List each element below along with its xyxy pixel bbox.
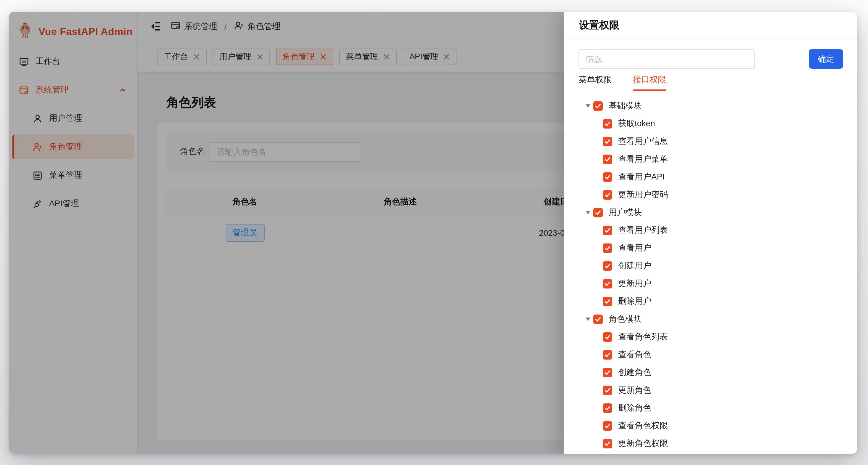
caret-down-icon[interactable] [583,318,593,321]
tree-node-label[interactable]: 更新用户 [618,279,651,289]
tree-node-label[interactable]: 删除用户 [618,296,651,307]
checkbox-checked[interactable] [603,137,612,146]
permission-tab-1[interactable]: 接口权限 [633,75,666,91]
tree-node: 创建用户 [579,257,843,275]
checkbox-checked[interactable] [603,350,612,359]
tree-node: 更新角色权限 [579,435,843,453]
filter-input[interactable] [579,49,755,69]
tree-node: 查看用户菜单 [579,150,843,168]
checkbox-checked[interactable] [593,101,603,111]
tree-node: 更新角色 [579,381,843,399]
tree-node-label[interactable]: 创建用户 [618,261,651,271]
checkbox-checked[interactable] [603,386,612,395]
tree-node: 查看用户API [579,168,843,186]
tree-node-label[interactable]: 查看用户菜单 [618,154,668,165]
permissions-drawer: 设置权限 确定 菜单权限接口权限 基础模块获取token查看用户信息查看用户菜单… [564,12,857,454]
checkbox-checked[interactable] [603,297,612,306]
tree-node-label[interactable]: 用户模块 [609,207,642,218]
checkbox-checked[interactable] [593,208,603,217]
tree-node: 查看用户 [579,239,843,257]
confirm-button[interactable]: 确定 [809,49,843,69]
tree-node-label[interactable]: 查看用户列表 [618,225,668,236]
permission-tree: 基础模块获取token查看用户信息查看用户菜单查看用户API更新用户密码用户模块… [579,97,843,453]
tree-node: 用户模块 [579,204,843,222]
checkbox-checked[interactable] [603,279,612,289]
tree-node-label[interactable]: 查看用户 [618,243,651,254]
screen: Vue FastAPI Admin 工作台系统管理用户管理角色管理菜单管理API… [0,0,868,465]
filter-row: 确定 [579,49,843,69]
tree-node: 查看用户列表 [579,222,843,239]
caret-down-icon[interactable] [583,211,593,214]
tree-node-label[interactable]: 获取token [618,118,655,129]
tree-node-label[interactable]: 查看角色权限 [618,420,668,431]
app-window: Vue FastAPI Admin 工作台系统管理用户管理角色管理菜单管理API… [9,12,857,454]
checkbox-checked[interactable] [603,119,612,128]
checkbox-checked[interactable] [603,261,612,271]
tree-node: 创建角色 [579,364,843,381]
tree-node: 角色模块 [579,311,843,328]
tree-node: 查看角色 [579,346,843,364]
checkbox-checked[interactable] [603,368,612,377]
checkbox-checked[interactable] [603,190,612,200]
tree-node-label[interactable]: 基础模块 [609,101,642,111]
checkbox-checked[interactable] [603,421,612,431]
tree-node: 删除角色 [579,399,843,417]
checkbox-checked[interactable] [603,332,612,342]
checkbox-checked[interactable] [603,226,612,235]
tree-node: 查看用户信息 [579,133,843,150]
tree-node-label[interactable]: 更新角色权限 [618,438,668,449]
tree-node-label[interactable]: 角色模块 [609,314,642,325]
tree-node: 获取token [579,115,843,133]
tree-node-label[interactable]: 创建角色 [618,367,651,378]
tree-node: 更新用户密码 [579,186,843,204]
tree-node-label[interactable]: 查看角色列表 [618,332,668,342]
checkbox-checked[interactable] [593,315,603,324]
tree-node-label[interactable]: 查看用户信息 [618,136,668,147]
checkbox-checked[interactable] [603,154,612,164]
tree-node: 更新用户 [579,275,843,293]
caret-down-icon[interactable] [583,104,593,108]
tree-node-label[interactable]: 查看用户API [618,172,664,182]
tree-node-label[interactable]: 删除角色 [618,403,651,413]
permission-tabs: 菜单权限接口权限 [579,75,843,91]
tree-node: 删除用户 [579,293,843,311]
tree-node: 基础模块 [579,97,843,115]
drawer-title: 设置权限 [564,12,857,39]
permission-tab-0[interactable]: 菜单权限 [579,75,612,91]
tree-node-label[interactable]: 更新用户密码 [618,190,668,200]
checkbox-checked[interactable] [603,403,612,413]
drawer-body: 确定 菜单权限接口权限 基础模块获取token查看用户信息查看用户菜单查看用户A… [564,39,857,454]
tree-node: 查看角色权限 [579,417,843,435]
tree-node: 查看角色列表 [579,328,843,346]
tree-node-label[interactable]: 查看角色 [618,349,651,360]
checkbox-checked[interactable] [603,439,612,448]
checkbox-checked[interactable] [603,172,612,182]
checkbox-checked[interactable] [603,243,612,253]
tree-node-label[interactable]: 更新角色 [618,385,651,396]
